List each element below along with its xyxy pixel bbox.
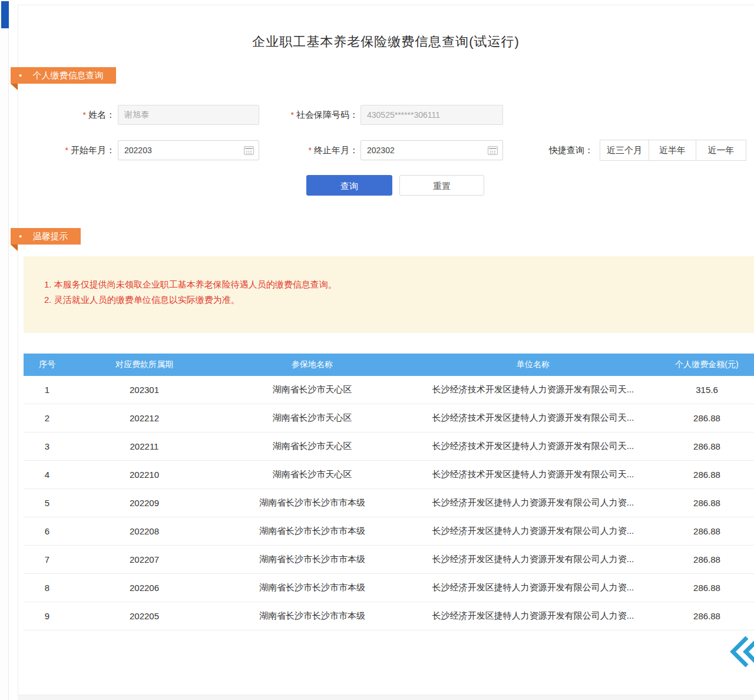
start-month-wrap (118, 140, 259, 161)
table-row: 5202209湖南省长沙市长沙市市本级长沙经济开发区捷特人力资源开发有限公司人力… (24, 489, 754, 517)
bullet-icon: ● (19, 67, 22, 84)
table-row: 7202207湖南省长沙市长沙市市本级长沙经济开发区捷特人力资源开发有限公司人力… (24, 546, 754, 574)
end-month-field[interactable] (361, 140, 503, 160)
table-cell: 315.6 (660, 385, 754, 395)
name-label: *姓名： (59, 105, 115, 125)
ribbon-fold (11, 245, 18, 251)
table-row: 6202208湖南省长沙市长沙市市本级长沙经济开发区捷特人力资源开发有限公司人力… (24, 517, 754, 546)
notice-line: 2. 灵活就业人员的缴费单位信息以实际缴费为准。 (44, 293, 754, 307)
notice-line: 1. 本服务仅提供尚未领取企业职工基本养老保险待遇人员的缴费信息查询。 (44, 278, 754, 292)
table-cell: 202206 (71, 583, 218, 593)
ribbon-fold (11, 84, 18, 90)
payment-table: 序号 对应费款所属期 参保地名称 单位名称 个人缴费金额(元) 1202301湖… (24, 354, 754, 630)
table-row: 1202301湖南省长沙市天心区长沙经济技术开发区捷特人力资源开发有限公司天..… (24, 376, 754, 404)
section-badge-personal-query: ● 个人缴费信息查询 (11, 67, 116, 84)
table-cell: 286.88 (660, 611, 754, 621)
corner-block (1, 1, 9, 28)
calendar-icon[interactable] (244, 146, 254, 155)
table-row: 2202212湖南省长沙市天心区长沙经济技术开发区捷特人力资源开发有限公司天..… (24, 404, 754, 432)
table-row: 8202206湖南省长沙市长沙市市本级长沙经济开发区捷特人力资源开发有限公司人力… (24, 574, 754, 602)
end-month-label: *终止年月： (292, 140, 358, 160)
collapse-panel-icon[interactable] (728, 634, 754, 669)
required-mark: * (309, 146, 312, 155)
quick-halfyear-button[interactable]: 近半年 (649, 140, 696, 161)
bottom-bar (18, 695, 754, 700)
table-header-cell: 单位名称 (406, 359, 660, 370)
table-cell: 湖南省长沙市长沙市市本级 (218, 526, 406, 537)
table-cell: 湖南省长沙市天心区 (218, 412, 406, 424)
table-cell: 286.88 (660, 413, 754, 423)
bullet-icon: ● (19, 228, 22, 245)
table-cell: 湖南省长沙市天心区 (218, 469, 406, 480)
table-body: 1202301湖南省长沙市天心区长沙经济技术开发区捷特人力资源开发有限公司天..… (24, 376, 754, 630)
table-row: 9202205湖南省长沙市长沙市市本级长沙经济开发区捷特人力资源开发有限公司人力… (24, 602, 754, 630)
table-cell: 202301 (71, 385, 218, 395)
table-cell: 286.88 (660, 470, 754, 480)
page: 企业职工基本养老保险缴费信息查询(试运行) ● 个人缴费信息查询 *姓名： *社… (0, 0, 754, 700)
query-button[interactable]: 查询 (306, 175, 392, 196)
table-cell: 湖南省长沙市长沙市市本级 (218, 554, 406, 565)
table-cell: 6 (24, 526, 71, 536)
reset-button[interactable]: 重置 (399, 175, 484, 196)
end-month-wrap (361, 140, 503, 161)
start-month-field[interactable] (118, 140, 259, 160)
table-cell: 长沙经济开发区捷特人力资源开发有限公司人力资... (406, 497, 660, 509)
page-title: 企业职工基本养老保险缴费信息查询(试运行) (18, 33, 754, 51)
ssn-field (361, 105, 503, 125)
quick-oneyear-button[interactable]: 近一年 (696, 140, 746, 161)
table-cell: 长沙经济技术开发区捷特人力资源开发有限公司天... (406, 469, 660, 480)
quick-query-label: 快捷查询： (549, 140, 593, 161)
table-cell: 2 (24, 413, 71, 423)
table-cell: 5 (24, 498, 71, 508)
table-cell: 202208 (71, 526, 218, 536)
table-cell: 7 (24, 554, 71, 564)
section-badge-tips: ● 温馨提示 (11, 228, 81, 245)
table-cell: 长沙经济开发区捷特人力资源开发有限公司人力资... (406, 610, 660, 622)
required-mark: * (83, 110, 86, 120)
table-cell: 202207 (71, 554, 218, 564)
start-month-label: *开始年月： (50, 140, 115, 160)
table-header-row: 序号 对应费款所属期 参保地名称 单位名称 个人缴费金额(元) (24, 354, 754, 376)
section-badge-label: 个人缴费信息查询 (32, 70, 103, 81)
table-header-cell: 对应费款所属期 (71, 359, 218, 370)
table-cell: 9 (24, 611, 71, 621)
table-cell: 286.88 (660, 583, 754, 593)
table-cell: 长沙经济开发区捷特人力资源开发有限公司人力资... (406, 554, 660, 565)
table-cell: 湖南省长沙市长沙市市本级 (218, 497, 406, 509)
table-cell: 202209 (71, 498, 218, 508)
table-cell: 湖南省长沙市长沙市市本级 (218, 610, 406, 622)
table-cell: 1 (24, 385, 71, 395)
table-cell: 286.88 (660, 441, 754, 451)
section-badge-label: 温馨提示 (32, 231, 68, 242)
table-cell: 湖南省长沙市天心区 (218, 441, 406, 452)
table-cell: 8 (24, 583, 71, 593)
quick-3months-button[interactable]: 近三个月 (600, 140, 649, 161)
table-cell: 202212 (71, 413, 218, 423)
table-cell: 202210 (71, 470, 218, 480)
name-field (118, 105, 259, 125)
table-cell: 长沙经济技术开发区捷特人力资源开发有限公司天... (406, 384, 660, 395)
table-cell: 202205 (71, 611, 218, 621)
table-row: 4202210湖南省长沙市天心区长沙经济技术开发区捷特人力资源开发有限公司天..… (24, 461, 754, 489)
table-cell: 4 (24, 470, 71, 480)
table-cell: 湖南省长沙市长沙市市本级 (218, 582, 406, 593)
ssn-label: *社会保障号码： (270, 105, 358, 125)
table-header-cell: 个人缴费金额(元) (660, 359, 754, 370)
table-cell: 286.88 (660, 498, 754, 508)
notice-box: 1. 本服务仅提供尚未领取企业职工基本养老保险待遇人员的缴费信息查询。 2. 灵… (24, 256, 754, 333)
required-mark: * (65, 146, 68, 155)
calendar-icon[interactable] (488, 146, 498, 155)
table-cell: 长沙经济技术开发区捷特人力资源开发有限公司天... (406, 441, 660, 452)
table-cell: 3 (24, 441, 71, 451)
table-cell: 长沙经济开发区捷特人力资源开发有限公司人力资... (406, 526, 660, 537)
table-cell: 湖南省长沙市天心区 (218, 384, 406, 395)
table-header-cell: 序号 (24, 359, 71, 370)
table-cell: 202211 (71, 441, 218, 451)
table-cell: 长沙经济开发区捷特人力资源开发有限公司人力资... (406, 582, 660, 593)
table-cell: 286.88 (660, 554, 754, 564)
required-mark: * (291, 110, 294, 120)
left-gutter (0, 0, 9, 700)
table-cell: 长沙经济技术开发区捷特人力资源开发有限公司天... (406, 412, 660, 424)
table-cell: 286.88 (660, 526, 754, 536)
table-row: 3202211湖南省长沙市天心区长沙经济技术开发区捷特人力资源开发有限公司天..… (24, 432, 754, 461)
